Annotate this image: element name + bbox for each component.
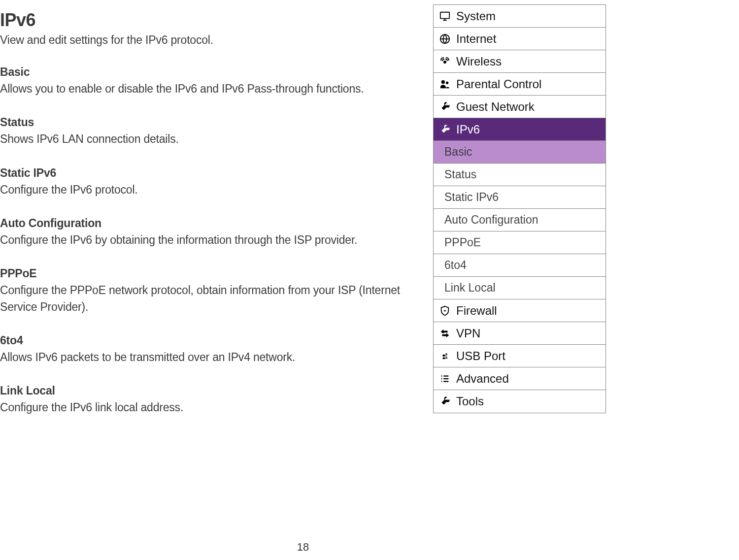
- sidebar-item-label: IPv6: [453, 123, 480, 136]
- section-heading: Link Local: [0, 384, 429, 397]
- sidebar-item-label: Wireless: [453, 55, 502, 68]
- page-number: 18: [0, 541, 606, 554]
- section-auto-configuration: Auto Configuration Configure the IPv6 by…: [0, 217, 429, 248]
- sidebar-item-internet[interactable]: Internet: [434, 28, 605, 50]
- monitor-icon: [437, 11, 453, 22]
- sidebar-item-advanced[interactable]: Advanced: [434, 367, 605, 390]
- sidebar-subitem-6to4[interactable]: 6to4: [434, 254, 605, 277]
- sidebar-subitem-link-local[interactable]: Link Local: [434, 277, 605, 299]
- section-body: Configure the PPPoE network protocol, ob…: [0, 282, 429, 315]
- usb-icon: [437, 351, 453, 362]
- section-body: Configure the IPv6 protocol.: [0, 182, 429, 198]
- wrench-icon: [437, 101, 453, 112]
- shield-icon: [437, 305, 453, 316]
- sidebar-item-system[interactable]: System: [434, 5, 605, 28]
- sidebar-subitem-label: Static IPv6: [444, 191, 499, 204]
- sidebar-subitem-label: Status: [444, 168, 476, 181]
- sidebar-subitem-basic[interactable]: Basic: [434, 141, 605, 164]
- sidebar-subitem-static-ipv6[interactable]: Static IPv6: [434, 186, 605, 209]
- sidebar-item-wireless[interactable]: Wireless: [434, 50, 605, 73]
- sidebar-item-label: Parental Control: [453, 77, 541, 91]
- page-description: View and edit settings for the IPv6 prot…: [0, 33, 429, 47]
- wrench-icon: [437, 124, 453, 135]
- sidebar-item-label: System: [453, 9, 496, 23]
- sidebar-subitem-pppoe[interactable]: PPPoE: [434, 231, 605, 254]
- svg-point-6: [441, 80, 445, 83]
- wifi-icon: [437, 57, 453, 66]
- section-heading: Auto Configuration: [0, 217, 429, 230]
- sidebar-subitem-status[interactable]: Status: [434, 164, 605, 186]
- sidebar-subitem-label: 6to4: [444, 259, 467, 272]
- arrows-icon: [437, 328, 453, 339]
- section-body: Allows IPv6 packets to be transmitted ov…: [0, 349, 429, 365]
- list-icon: [437, 373, 453, 384]
- section-heading: Status: [0, 116, 429, 129]
- section-basic: Basic Allows you to enable or disable th…: [0, 66, 429, 97]
- sidebar-subitem-label: PPPoE: [444, 236, 481, 249]
- section-heading: 6to4: [0, 334, 429, 347]
- sidebar-item-vpn[interactable]: VPN: [434, 322, 605, 345]
- page-title: IPv6: [0, 10, 429, 31]
- svg-point-5: [444, 61, 446, 63]
- sidebar-item-label: USB Port: [453, 349, 505, 363]
- svg-point-7: [446, 81, 449, 84]
- section-heading: PPPoE: [0, 267, 429, 280]
- section-body: Allows you to enable or disable the IPv6…: [0, 81, 429, 97]
- sidebar-item-label: Internet: [453, 32, 496, 46]
- sidebar-item-tools[interactable]: Tools: [434, 390, 605, 413]
- sidebar-item-firewall[interactable]: Firewall: [434, 299, 605, 322]
- section-heading: Static IPv6: [0, 166, 429, 180]
- sidebar-subitem-label: Link Local: [444, 281, 496, 295]
- sidebar-item-label: Guest Network: [453, 100, 535, 114]
- section-link-local: Link Local Configure the IPv6 link local…: [0, 384, 429, 416]
- section-pppoe: PPPoE Configure the PPPoE network protoc…: [0, 267, 429, 315]
- sidebar-item-parental-control[interactable]: Parental Control: [434, 73, 605, 96]
- section-body: Configure the IPv6 by obtaining the info…: [0, 232, 429, 248]
- svg-rect-0: [440, 12, 449, 18]
- sidebar-subitem-auto-configuration[interactable]: Auto Configuration: [434, 209, 605, 231]
- sidebar-nav: System Internet Wireless Parental Contro…: [433, 4, 606, 413]
- sidebar-item-label: Tools: [453, 395, 484, 408]
- sidebar-item-guest-network[interactable]: Guest Network: [434, 96, 605, 118]
- sidebar-item-usb-port[interactable]: USB Port: [434, 345, 605, 367]
- users-icon: [437, 79, 453, 90]
- section-6to4: 6to4 Allows IPv6 packets to be transmitt…: [0, 334, 429, 365]
- section-static-ipv6: Static IPv6 Configure the IPv6 protocol.: [0, 166, 429, 198]
- sidebar-item-label: Advanced: [453, 372, 509, 386]
- wrench-icon: [437, 396, 453, 407]
- sidebar-item-ipv6[interactable]: IPv6: [434, 118, 605, 141]
- section-body: Configure the IPv6 link local address.: [0, 399, 429, 416]
- globe-icon: [437, 33, 453, 44]
- sidebar-item-label: Firewall: [453, 304, 497, 318]
- section-body: Shows IPv6 LAN connection details.: [0, 131, 429, 147]
- content-area: IPv6 View and edit settings for the IPv6…: [0, 0, 429, 435]
- section-status: Status Shows IPv6 LAN connection details…: [0, 116, 429, 147]
- sidebar-item-label: VPN: [453, 327, 480, 340]
- section-heading: Basic: [0, 66, 429, 79]
- sidebar-subitem-label: Auto Configuration: [444, 213, 538, 227]
- sidebar-subitem-label: Basic: [444, 145, 472, 159]
